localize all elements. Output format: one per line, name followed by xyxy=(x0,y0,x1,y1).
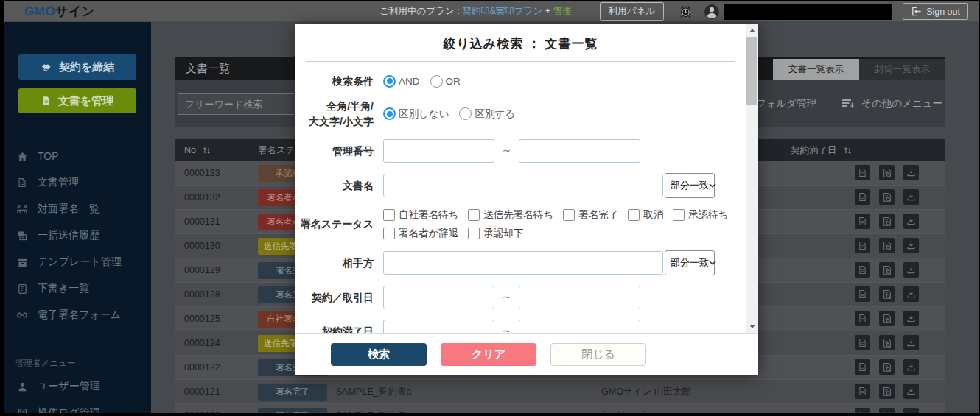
checkbox-unchecked-icon[interactable] xyxy=(383,228,395,239)
status-checkbox-option[interactable]: 送信先署名待ち xyxy=(468,208,553,222)
doc-preview-button[interactable] xyxy=(855,384,870,399)
close-button[interactable]: 閉じる xyxy=(550,343,646,366)
download-button[interactable] xyxy=(903,335,919,350)
sidebar-item-template-manage[interactable]: テンプレート管理 xyxy=(4,249,151,275)
avatar-icon[interactable] xyxy=(704,4,720,20)
status-checkbox-option[interactable]: 自社署名待ち xyxy=(383,208,458,222)
contract-date-to-input[interactable] xyxy=(519,286,640,309)
doc-search-button[interactable] xyxy=(879,165,895,180)
status-checkbox-option[interactable]: 承認却下 xyxy=(468,227,523,240)
modal-scrollbar[interactable] xyxy=(746,24,758,333)
doc-search-button[interactable] xyxy=(879,311,895,326)
status-checkbox-option[interactable]: 署名者が辞退 xyxy=(383,227,458,240)
download-button[interactable] xyxy=(903,286,919,302)
radio-checked-icon[interactable] xyxy=(383,75,396,88)
download-button[interactable] xyxy=(903,359,919,375)
download-button[interactable] xyxy=(903,238,919,253)
partner-input[interactable] xyxy=(383,251,663,275)
doc-search-button[interactable] xyxy=(879,408,895,416)
doc-preview-button[interactable] xyxy=(855,311,870,326)
download-button[interactable] xyxy=(903,262,919,278)
partner-match-select[interactable]: 部分一致 xyxy=(665,250,715,275)
manage-documents-button[interactable]: 文書を管理 xyxy=(18,88,136,113)
scrollbar-down-arrow[interactable] xyxy=(746,320,758,332)
checkbox-unchecked-icon[interactable] xyxy=(673,209,685,221)
doc-search-button[interactable] xyxy=(879,262,895,278)
control-number-from-input[interactable] xyxy=(383,139,494,163)
clear-button[interactable]: クリア xyxy=(441,343,536,366)
download-button[interactable] xyxy=(903,311,919,326)
table-row[interactable]: 0000121 署名完了 SAMPLE_誓約書a GMOサイン 山田太郎 xyxy=(175,380,945,404)
doc-preview-button[interactable] xyxy=(855,165,870,180)
status-checkbox-option[interactable]: 承認待ち xyxy=(673,208,728,222)
radio-option[interactable]: 区別しない xyxy=(383,107,449,121)
radio-checked-icon[interactable] xyxy=(383,107,396,120)
doc-search-icon xyxy=(882,168,892,178)
checkbox-unchecked-icon[interactable] xyxy=(383,209,395,221)
doc-search-button[interactable] xyxy=(879,189,895,205)
alarm-clock-icon[interactable] xyxy=(679,4,693,18)
contract-date-from-input[interactable] xyxy=(383,286,494,309)
sidebar-item-document-manage[interactable]: 文書管理 xyxy=(4,169,151,196)
sidebar-item-user-manage[interactable]: ユーザー管理 xyxy=(4,373,151,400)
contract-expiry-to-input[interactable] xyxy=(519,320,640,333)
scrollbar-thumb[interactable] xyxy=(746,37,757,105)
doc-search-button[interactable] xyxy=(879,384,895,399)
doc-preview-button[interactable] xyxy=(855,335,870,350)
usage-panel-button[interactable]: 利用パネル xyxy=(600,2,664,21)
sidebar-item-face-to-face-sign-list[interactable]: 対面署名一覧 xyxy=(4,196,151,222)
contract-expiry-from-input[interactable] xyxy=(383,320,494,333)
doc-preview-button[interactable] xyxy=(855,238,870,253)
status-checkbox-option[interactable]: 取消 xyxy=(628,208,663,222)
sidebar-item-e-sign-form[interactable]: 電子署名フォーム xyxy=(4,302,151,328)
sign-out-button[interactable]: Sign out xyxy=(903,3,968,20)
sidebar-item-draft-list[interactable]: 下書き一覧 xyxy=(4,275,151,302)
status-checkbox-option[interactable]: 署名完了 xyxy=(563,208,618,222)
document-name-match-select[interactable]: 部分一致 xyxy=(665,173,715,198)
control-number-to-input[interactable] xyxy=(519,139,640,163)
radio-option[interactable]: OR xyxy=(430,75,461,88)
radio-option[interactable]: AND xyxy=(383,75,420,88)
download-button[interactable] xyxy=(903,214,919,229)
download-button[interactable] xyxy=(903,165,919,180)
download-button[interactable] xyxy=(903,189,919,205)
doc-search-button[interactable] xyxy=(879,238,895,253)
doc-preview-button[interactable] xyxy=(855,408,870,416)
column-header-no[interactable]: No xyxy=(184,139,211,161)
radio-unchecked-icon[interactable] xyxy=(430,75,443,88)
tab-envelope-list-view[interactable]: 封筒一覧表示 xyxy=(859,59,945,80)
sort-icon[interactable] xyxy=(202,146,211,155)
search-button[interactable]: 検索 xyxy=(331,343,427,366)
download-button[interactable] xyxy=(903,408,919,416)
checkbox-unchecked-icon[interactable] xyxy=(563,209,575,221)
checkbox-unchecked-icon[interactable] xyxy=(468,228,480,239)
document-name-input[interactable] xyxy=(383,174,663,197)
doc-search-button[interactable] xyxy=(879,214,895,229)
sidebar-item-top[interactable]: TOP xyxy=(4,143,151,169)
checkbox-unchecked-icon[interactable] xyxy=(468,209,480,221)
doc-preview-button[interactable] xyxy=(855,359,870,375)
sort-icon[interactable] xyxy=(843,146,853,155)
checkbox-unchecked-icon[interactable] xyxy=(628,209,640,221)
radio-option[interactable]: 区別する xyxy=(459,107,515,121)
doc-search-button[interactable] xyxy=(879,359,895,375)
download-button[interactable] xyxy=(903,384,919,399)
sidebar-item-operation-log[interactable]: 操作ログ管理 xyxy=(4,400,151,413)
doc-preview-button[interactable] xyxy=(855,262,870,278)
radio-unchecked-icon[interactable] xyxy=(459,107,472,120)
doc-preview-button[interactable] xyxy=(855,189,870,205)
status-badge: 署名完了 xyxy=(258,384,327,401)
gmo-sign-logo[interactable]: GMOサイン xyxy=(24,3,95,20)
doc-search-button[interactable] xyxy=(879,335,895,350)
conclude-contract-button[interactable]: 契約を締結 xyxy=(18,54,136,80)
doc-preview-button[interactable] xyxy=(855,286,870,302)
table-row[interactable]: 0000120 署名完了 SAMPLE_誓約書a おばあさん xyxy=(175,404,945,416)
doc-search-button[interactable] xyxy=(879,286,895,302)
other-menu-button[interactable]: その他のメニュー xyxy=(841,97,942,110)
scrollbar-up-arrow[interactable] xyxy=(746,24,758,36)
sidebar-item-bulk-send-history[interactable]: 一括送信履歴 xyxy=(4,222,151,249)
download-icon xyxy=(906,387,916,396)
doc-preview-button[interactable] xyxy=(855,214,870,229)
tab-document-list-view[interactable]: 文書一覧表示 xyxy=(773,59,859,80)
column-header-contract-expiry[interactable]: 契約満了日 xyxy=(791,139,853,161)
